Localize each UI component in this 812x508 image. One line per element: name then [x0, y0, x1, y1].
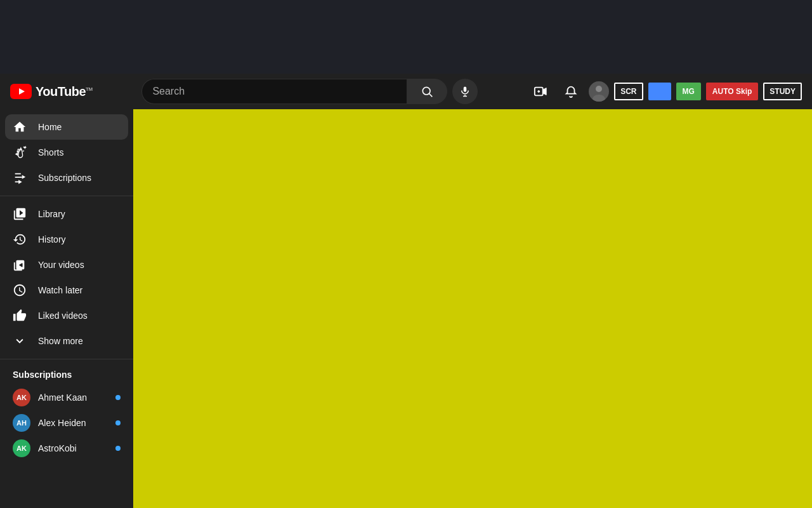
svg-point-12: [596, 86, 602, 92]
history-icon: [13, 232, 28, 246]
browser-chrome: [0, 0, 812, 74]
microphone-button[interactable]: [452, 79, 478, 104]
sidebar-item-history-label: History: [38, 234, 66, 244]
library-icon: [13, 207, 28, 221]
create-button[interactable]: [528, 79, 553, 104]
liked-videos-icon: [13, 309, 28, 323]
sidebar-divider-1: [0, 196, 133, 196]
sidebar-item-history[interactable]: History: [5, 227, 128, 252]
subscription-item-ahmet-kaan[interactable]: AK Ahmet Kaan: [5, 385, 128, 410]
search-button[interactable]: [407, 79, 447, 104]
subscription-dot-alex-heiden: [115, 420, 121, 425]
user-avatar-button[interactable]: [589, 81, 609, 102]
home-icon: [13, 120, 28, 134]
microphone-icon: [459, 86, 471, 97]
subscriptions-icon: [13, 171, 28, 185]
sidebar-item-home-label: Home: [38, 122, 62, 132]
chevron-down-icon: [13, 334, 28, 348]
sidebar-item-watch-later[interactable]: Watch later: [5, 277, 128, 303]
subscription-name-astrokobi: AstroKobi: [38, 443, 77, 453]
subscription-avatar-alex-heiden: AH: [13, 414, 30, 432]
sidebar-item-liked-videos-label: Liked videos: [38, 311, 88, 321]
sidebar-show-more-label: Show more: [38, 336, 83, 346]
sidebar-item-subscriptions[interactable]: Subscriptions: [5, 165, 128, 190]
sidebar: Home Shorts Subscriptions: [0, 109, 133, 508]
subscription-item-alex-heiden[interactable]: AH Alex Heiden: [5, 410, 128, 436]
sidebar-item-home[interactable]: Home: [5, 114, 128, 140]
svg-line-3: [429, 94, 433, 97]
search-bar: [141, 79, 447, 104]
avatar: [589, 81, 609, 102]
watch-later-icon: [13, 283, 28, 297]
sidebar-item-show-more[interactable]: Show more: [5, 328, 128, 354]
sidebar-item-subscriptions-label: Subscriptions: [38, 173, 91, 183]
youtube-logo-icon: [10, 84, 32, 99]
subscription-dot-ahmet-kaan: [115, 395, 121, 400]
search-icon: [421, 85, 433, 98]
blue-extension-button[interactable]: [648, 83, 671, 100]
main-layout: Home Shorts Subscriptions: [0, 109, 812, 508]
svg-rect-4: [464, 87, 467, 92]
shorts-icon: [13, 145, 28, 159]
notifications-button[interactable]: [558, 79, 584, 104]
subscription-name-alex-heiden: Alex Heiden: [38, 418, 86, 428]
sidebar-item-library-label: Library: [38, 209, 65, 219]
sidebar-item-liked-videos[interactable]: Liked videos: [5, 303, 128, 328]
sidebar-item-watch-later-label: Watch later: [38, 285, 82, 295]
scr-extension-button[interactable]: SCR: [614, 83, 643, 100]
your-videos-icon: [13, 258, 28, 272]
sidebar-item-your-videos[interactable]: Your videos: [5, 252, 128, 277]
header: YouTubeTM: [0, 74, 812, 109]
sidebar-item-library[interactable]: Library: [5, 201, 128, 227]
search-area: [141, 79, 478, 104]
mg-extension-button[interactable]: MG: [676, 83, 701, 100]
subscription-avatar-ahmet-kaan: AK: [13, 389, 30, 406]
search-input[interactable]: [141, 79, 407, 104]
header-right: SCR MG AUTO Skip STUDY: [528, 79, 802, 104]
create-icon: [534, 84, 547, 98]
svg-rect-14: [17, 149, 22, 150]
subscription-item-astrokobi[interactable]: AK AstroKobi: [5, 436, 128, 461]
svg-point-2: [423, 87, 431, 95]
subscriptions-section-title: Subscriptions: [0, 364, 133, 385]
sidebar-item-shorts[interactable]: Shorts: [5, 140, 128, 165]
sidebar-divider-2: [0, 359, 133, 359]
study-button[interactable]: STUDY: [763, 83, 802, 100]
youtube-wordmark: YouTubeTM: [36, 84, 93, 99]
auto-skip-button[interactable]: AUTO Skip: [706, 83, 758, 100]
subscription-avatar-astrokobi: AK: [13, 439, 30, 457]
subscription-name-ahmet-kaan: Ahmet Kaan: [38, 392, 87, 403]
sidebar-item-your-videos-label: Your videos: [38, 260, 84, 270]
sidebar-item-shorts-label: Shorts: [38, 147, 63, 157]
content-area: [133, 109, 812, 508]
logo-area[interactable]: YouTubeTM: [10, 84, 112, 99]
subscription-dot-astrokobi: [115, 446, 121, 451]
bell-icon: [564, 84, 578, 98]
